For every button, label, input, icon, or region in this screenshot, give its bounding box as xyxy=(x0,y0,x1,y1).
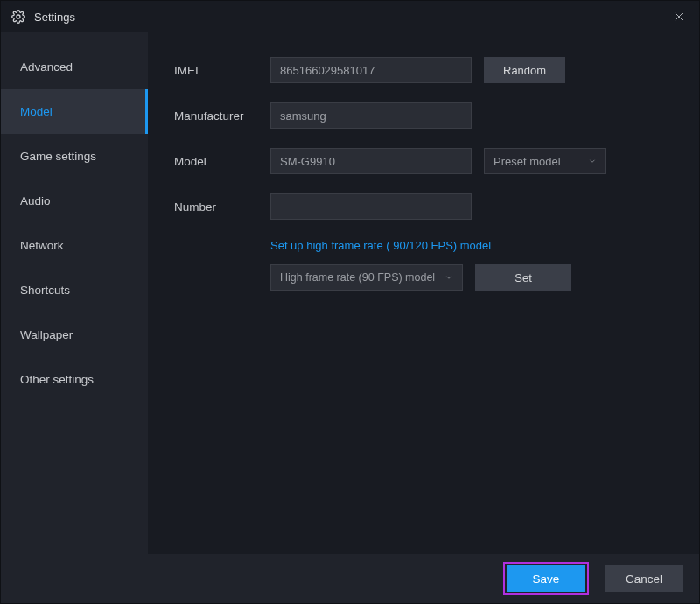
hfr-select[interactable]: High frame rate (90 FPS) model xyxy=(270,264,463,291)
number-label: Number xyxy=(174,200,258,214)
model-row: Model Preset model xyxy=(174,148,678,174)
content-area: IMEI Random Manufacturer Model Preset mo… xyxy=(148,32,699,554)
sidebar-item-label: Game settings xyxy=(20,150,96,163)
hfr-select-label: High frame rate (90 FPS) model xyxy=(280,271,435,284)
close-icon xyxy=(673,11,685,23)
hfr-row: High frame rate (90 FPS) model Set xyxy=(270,264,678,291)
sidebar-item-shortcuts[interactable]: Shortcuts xyxy=(1,268,148,313)
footer: Save Cancel xyxy=(1,554,699,603)
random-button[interactable]: Random xyxy=(484,57,565,83)
sidebar-item-advanced[interactable]: Advanced xyxy=(1,45,148,89)
save-highlight: Save xyxy=(503,562,589,595)
sidebar-item-label: Network xyxy=(20,239,64,252)
sidebar: Advanced Model Game settings Audio Netwo… xyxy=(1,32,148,554)
svg-point-0 xyxy=(17,15,20,18)
number-input[interactable] xyxy=(270,193,472,220)
imei-label: IMEI xyxy=(174,64,258,77)
sidebar-item-model[interactable]: Model xyxy=(1,89,148,134)
sidebar-item-other-settings[interactable]: Other settings xyxy=(1,357,148,402)
sidebar-item-label: Audio xyxy=(20,194,51,207)
sidebar-item-wallpaper[interactable]: Wallpaper xyxy=(1,313,148,357)
close-button[interactable] xyxy=(669,7,689,26)
imei-input[interactable] xyxy=(270,57,472,83)
number-row: Number xyxy=(174,193,678,220)
sidebar-item-game-settings[interactable]: Game settings xyxy=(1,134,148,179)
hfr-link[interactable]: Set up high frame rate ( 90/120 FPS) mod… xyxy=(270,239,678,252)
titlebar: Settings xyxy=(1,1,699,32)
sidebar-item-label: Model xyxy=(20,105,52,118)
high-frame-rate-block: Set up high frame rate ( 90/120 FPS) mod… xyxy=(270,239,678,291)
set-button[interactable]: Set xyxy=(475,264,571,291)
sidebar-item-label: Advanced xyxy=(20,60,73,74)
settings-window: Settings Advanced Model Game settings Au… xyxy=(0,0,700,604)
chevron-down-icon xyxy=(588,157,597,165)
preset-model-label: Preset model xyxy=(494,155,561,168)
sidebar-item-label: Wallpaper xyxy=(20,328,73,341)
imei-row: IMEI Random xyxy=(174,57,678,83)
gear-icon xyxy=(11,10,25,24)
model-input[interactable] xyxy=(270,148,472,174)
sidebar-item-network[interactable]: Network xyxy=(1,223,148,268)
sidebar-item-label: Other settings xyxy=(20,373,94,386)
save-button[interactable]: Save xyxy=(507,565,585,592)
manufacturer-row: Manufacturer xyxy=(174,102,678,129)
manufacturer-input[interactable] xyxy=(270,102,472,129)
sidebar-item-label: Shortcuts xyxy=(20,284,70,297)
window-title: Settings xyxy=(34,11,669,24)
sidebar-item-audio[interactable]: Audio xyxy=(1,179,148,223)
preset-model-select[interactable]: Preset model xyxy=(484,148,606,174)
chevron-down-icon xyxy=(444,273,453,282)
model-label: Model xyxy=(174,155,258,168)
manufacturer-label: Manufacturer xyxy=(174,109,258,123)
cancel-button[interactable]: Cancel xyxy=(605,565,683,592)
window-body: Advanced Model Game settings Audio Netwo… xyxy=(1,32,699,554)
